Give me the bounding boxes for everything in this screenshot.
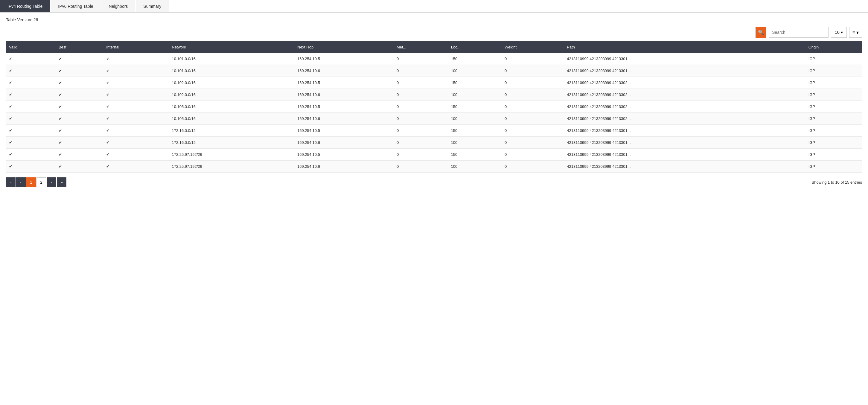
pagination-last[interactable]: »: [57, 177, 66, 187]
pagination-next[interactable]: ›: [46, 177, 56, 187]
cell-internal: ✔: [103, 125, 169, 137]
cell-valid: ✔: [6, 101, 56, 113]
cell-locpref: 150: [448, 77, 502, 89]
cell-path: 4213110999 4213203999 4213301...: [564, 53, 805, 65]
cell-path: 4213110999 4213203999 4213302...: [564, 77, 805, 89]
tab-ipv4[interactable]: IPv4 Routing Table: [0, 0, 50, 12]
pagination-prev[interactable]: ‹: [16, 177, 26, 187]
cell-weight: 0: [502, 53, 564, 65]
pagination: « ‹ 1 2 › »: [6, 177, 66, 187]
cell-locpref: 100: [448, 89, 502, 101]
cell-locpref: 100: [448, 65, 502, 77]
cell-origin: IGP: [805, 161, 862, 173]
cell-path: 4213110999 4213203999 4213301...: [564, 161, 805, 173]
cell-path: 4213110999 4213203999 4213301...: [564, 65, 805, 77]
cell-path: 4213110999 4213203999 4213302...: [564, 89, 805, 101]
cell-best: ✔: [56, 149, 103, 161]
cell-nexthop: 169.254.10.6: [294, 89, 394, 101]
col-best: Best: [56, 41, 103, 53]
search-button[interactable]: 🔍: [755, 27, 766, 38]
cell-internal: ✔: [103, 113, 169, 125]
cell-best: ✔: [56, 53, 103, 65]
cell-internal: ✔: [103, 65, 169, 77]
routing-table: Valid Best Internal Network Next Hop Met…: [6, 41, 862, 173]
cell-path: 4213110999 4213203999 4213301...: [564, 149, 805, 161]
cell-path: 4213110999 4213203999 4213301...: [564, 137, 805, 149]
main-content: Table Version: 26 🔍 10 ▾ ≡ ▾ Valid Best …: [0, 12, 868, 192]
cell-internal: ✔: [103, 101, 169, 113]
cell-best: ✔: [56, 113, 103, 125]
cell-nexthop: 169.254.10.5: [294, 125, 394, 137]
cell-valid: ✔: [6, 125, 56, 137]
table-row: ✔✔✔172.25.97.192/26169.254.10.5015004213…: [6, 149, 862, 161]
cell-origin: IGP: [805, 89, 862, 101]
cell-best: ✔: [56, 125, 103, 137]
showing-text: Showing 1 to 10 of 15 entries: [812, 180, 862, 185]
cell-nexthop: 169.254.10.6: [294, 161, 394, 173]
cell-best: ✔: [56, 161, 103, 173]
cell-internal: ✔: [103, 53, 169, 65]
cell-path: 4213110999 4213203999 4213302...: [564, 113, 805, 125]
cell-internal: ✔: [103, 89, 169, 101]
pagination-page-2[interactable]: 2: [36, 177, 46, 187]
cell-metric: 0: [394, 161, 448, 173]
cell-valid: ✔: [6, 53, 56, 65]
col-valid: Valid: [6, 41, 56, 53]
table-header-row: Valid Best Internal Network Next Hop Met…: [6, 41, 862, 53]
tab-summary[interactable]: Summary: [136, 0, 169, 12]
cell-origin: IGP: [805, 77, 862, 89]
cell-origin: IGP: [805, 53, 862, 65]
view-toggle-button[interactable]: ≡ ▾: [849, 27, 862, 38]
cell-weight: 0: [502, 125, 564, 137]
cell-best: ✔: [56, 137, 103, 149]
pagination-page-1[interactable]: 1: [26, 177, 36, 187]
cell-locpref: 150: [448, 101, 502, 113]
table-row: ✔✔✔10.101.0.0/16169.254.10.5015004213110…: [6, 53, 862, 65]
cell-metric: 0: [394, 125, 448, 137]
cell-origin: IGP: [805, 125, 862, 137]
table-row: ✔✔✔10.105.0.0/16169.254.10.6010004213110…: [6, 113, 862, 125]
cell-locpref: 150: [448, 125, 502, 137]
cell-network: 172.16.0.0/12: [169, 137, 294, 149]
cell-metric: 0: [394, 101, 448, 113]
cell-network: 10.101.0.0/16: [169, 53, 294, 65]
cell-path: 4213110999 4213203999 4213301...: [564, 125, 805, 137]
cell-best: ✔: [56, 77, 103, 89]
table-row: ✔✔✔10.105.0.0/16169.254.10.5015004213110…: [6, 101, 862, 113]
cell-nexthop: 169.254.10.6: [294, 137, 394, 149]
cell-locpref: 100: [448, 161, 502, 173]
cell-internal: ✔: [103, 161, 169, 173]
cell-network: 10.101.0.0/16: [169, 65, 294, 77]
cell-network: 10.102.0.0/16: [169, 77, 294, 89]
cell-network: 10.105.0.0/16: [169, 101, 294, 113]
cell-internal: ✔: [103, 77, 169, 89]
cell-origin: IGP: [805, 65, 862, 77]
cell-metric: 0: [394, 77, 448, 89]
cell-metric: 0: [394, 149, 448, 161]
cell-best: ✔: [56, 101, 103, 113]
col-network: Network: [169, 41, 294, 53]
cell-locpref: 100: [448, 113, 502, 125]
col-path: Path: [564, 41, 805, 53]
cell-weight: 0: [502, 149, 564, 161]
per-page-dropdown[interactable]: 10 ▾: [831, 27, 846, 38]
tab-neighbors[interactable]: Neighbors: [101, 0, 135, 12]
cell-weight: 0: [502, 137, 564, 149]
cell-path: 4213110999 4213203999 4213302...: [564, 101, 805, 113]
pagination-first[interactable]: «: [6, 177, 16, 187]
cell-locpref: 150: [448, 149, 502, 161]
table-row: ✔✔✔10.101.0.0/16169.254.10.6010004213110…: [6, 65, 862, 77]
cell-weight: 0: [502, 77, 564, 89]
col-nexthop: Next Hop: [294, 41, 394, 53]
tab-ipv6[interactable]: IPv6 Routing Table: [51, 0, 100, 12]
cell-nexthop: 169.254.10.5: [294, 53, 394, 65]
col-metric: Met...: [394, 41, 448, 53]
cell-network: 172.25.97.192/26: [169, 149, 294, 161]
search-input[interactable]: [769, 27, 829, 38]
col-origin: Origin: [805, 41, 862, 53]
table-row: ✔✔✔172.16.0.0/12169.254.10.6010004213110…: [6, 137, 862, 149]
cell-nexthop: 169.254.10.5: [294, 101, 394, 113]
cell-valid: ✔: [6, 149, 56, 161]
cell-weight: 0: [502, 89, 564, 101]
cell-metric: 0: [394, 53, 448, 65]
